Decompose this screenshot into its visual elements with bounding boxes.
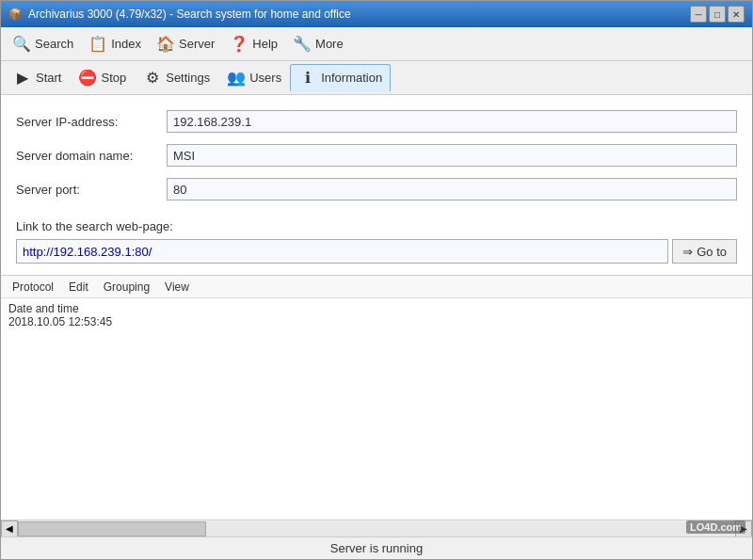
toolbar-users[interactable]: 👥 Users <box>218 64 290 92</box>
start-icon: ▶ <box>13 69 32 88</box>
main-content: Server IP-address: Server domain name: S… <box>1 95 752 536</box>
menu-bar: 🔍 Search 📋 Index 🏠 Server ❓ Help 🔧 More <box>1 27 752 61</box>
menu-label-more: More <box>315 37 344 51</box>
ip-label: Server IP-address: <box>16 115 167 129</box>
watermark-logo: LO4D.com <box>686 520 745 534</box>
more-menu-icon: 🔧 <box>293 35 312 54</box>
menu-item-index[interactable]: 📋 Index <box>81 31 149 57</box>
menu-item-help[interactable]: ❓ Help <box>222 31 285 57</box>
menu-label-search: Search <box>35 37 73 51</box>
help-menu-icon: ❓ <box>230 35 248 54</box>
goto-arrow-icon: ⇒ <box>682 245 693 259</box>
status-bar: Server is running <box>1 536 752 559</box>
status-text: Server is running <box>330 541 423 555</box>
link-row: ⇒ Go to <box>16 239 737 264</box>
close-button[interactable]: ✕ <box>728 6 745 23</box>
protocol-menu-edit[interactable]: Edit <box>61 279 96 296</box>
link-input[interactable] <box>16 239 668 264</box>
scroll-thumb[interactable] <box>18 521 206 536</box>
port-input[interactable] <box>167 178 737 200</box>
protocol-menu-view[interactable]: View <box>157 279 197 296</box>
maximize-button[interactable]: □ <box>709 6 726 23</box>
users-icon: 👥 <box>227 69 246 88</box>
toolbar-start[interactable]: ▶ Start <box>5 64 70 92</box>
scroll-left-button[interactable]: ◀ <box>1 520 18 537</box>
toolbar-start-label: Start <box>36 71 61 85</box>
ip-input[interactable] <box>167 110 737 133</box>
information-icon: ℹ <box>298 69 317 88</box>
menu-item-more[interactable]: 🔧 More <box>285 31 351 57</box>
protocol-menu-grouping[interactable]: Grouping <box>96 279 157 296</box>
app-icon: 📦 <box>8 8 23 21</box>
toolbar: ▶ Start ⛔ Stop ⚙ Settings 👥 Users ℹ Info… <box>1 61 752 95</box>
link-section: Link to the search web-page: ⇒ Go to <box>1 219 752 275</box>
watermark: LO4D.com <box>686 520 745 534</box>
toolbar-settings[interactable]: ⚙ Settings <box>135 64 218 92</box>
menu-label-help: Help <box>252 37 278 51</box>
protocol-log: Date and time 2018.10.05 12:53:45 <box>1 298 752 520</box>
index-menu-icon: 📋 <box>88 35 107 54</box>
menu-item-search[interactable]: 🔍 Search <box>5 31 81 57</box>
toolbar-users-label: Users <box>249 71 281 85</box>
window-title: Archivarius 3000 (4.79/x32) - Search sys… <box>28 8 351 21</box>
menu-label-index: Index <box>111 37 141 51</box>
scroll-area: ◀ ▶ <box>1 520 752 536</box>
ip-row: Server IP-address: <box>16 110 737 133</box>
port-row: Server port: <box>16 178 737 200</box>
title-bar: 📦 Archivarius 3000 (4.79/x32) - Search s… <box>1 1 752 27</box>
toolbar-information[interactable]: ℹ Information <box>290 64 391 92</box>
title-bar-left: 📦 Archivarius 3000 (4.79/x32) - Search s… <box>8 8 351 21</box>
port-label: Server port: <box>16 183 167 197</box>
toolbar-stop[interactable]: ⛔ Stop <box>70 64 135 92</box>
domain-input[interactable] <box>167 144 737 167</box>
domain-label: Server domain name: <box>16 149 167 163</box>
toolbar-information-label: Information <box>321 71 382 85</box>
menu-label-server: Server <box>179 37 215 51</box>
minimize-button[interactable]: ─ <box>690 6 707 23</box>
protocol-menu-protocol[interactable]: Protocol <box>5 279 61 296</box>
scroll-track[interactable] <box>18 521 735 536</box>
log-header: Date and time <box>8 302 745 315</box>
server-menu-icon: 🏠 <box>156 35 175 54</box>
menu-item-server[interactable]: 🏠 Server <box>149 31 222 57</box>
search-menu-icon: 🔍 <box>12 35 31 54</box>
protocol-menu-bar: Protocol Edit Grouping View <box>1 276 752 298</box>
link-label: Link to the search web-page: <box>16 219 737 233</box>
log-entry: 2018.10.05 12:53:45 <box>8 315 745 328</box>
toolbar-stop-label: Stop <box>101 71 126 85</box>
protocol-section: Protocol Edit Grouping View Date and tim… <box>1 275 752 520</box>
goto-label: Go to <box>697 245 727 259</box>
info-section: Server IP-address: Server domain name: S… <box>1 95 752 219</box>
stop-icon: ⛔ <box>78 69 97 88</box>
goto-button[interactable]: ⇒ Go to <box>672 239 737 264</box>
toolbar-settings-label: Settings <box>166 71 210 85</box>
domain-row: Server domain name: <box>16 144 737 167</box>
settings-icon: ⚙ <box>143 69 162 88</box>
title-bar-controls: ─ □ ✕ <box>690 6 745 23</box>
